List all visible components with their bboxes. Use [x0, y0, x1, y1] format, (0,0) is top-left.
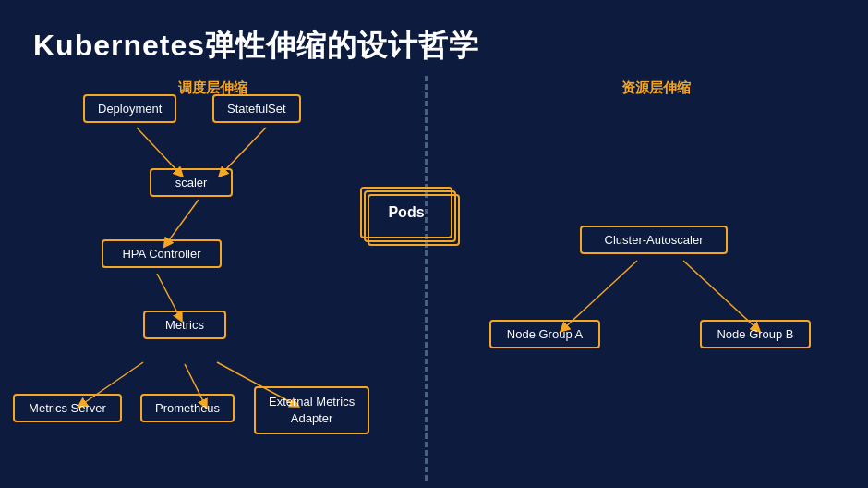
- pods-card-front: Pods: [360, 187, 452, 238]
- hpa-controller-node: HPA Controller: [102, 239, 222, 268]
- node-group-b-node: Node Group B: [700, 320, 811, 348]
- prometheus-node: Prometheus: [140, 394, 235, 422]
- external-metrics-node: External Metrics Adapter: [254, 386, 369, 434]
- svg-line-1: [222, 128, 266, 174]
- scaler-node: scaler: [150, 168, 233, 197]
- right-section: 资源层伸缩 Cluster-Autoscaler Node Group A No…: [443, 76, 868, 481]
- metrics-node: Metrics: [143, 311, 226, 339]
- svg-line-0: [137, 128, 180, 174]
- left-section: 调度层伸缩: [0, 76, 425, 481]
- node-group-a-node: Node Group A: [489, 320, 600, 348]
- deployment-node: Deployment: [83, 94, 176, 123]
- section-divider: [425, 76, 428, 481]
- svg-line-2: [166, 200, 199, 244]
- right-section-title: 资源层伸缩: [621, 79, 691, 97]
- svg-line-7: [563, 261, 637, 329]
- metrics-server-node: Metrics Server: [13, 394, 122, 422]
- svg-line-8: [683, 261, 757, 329]
- cluster-autoscaler-node: Cluster-Autoscaler: [580, 226, 728, 254]
- statefulset-node: StatefulSet: [212, 94, 301, 123]
- page-title: Kubernetes弹性伸缩的设计哲学: [0, 0, 868, 76]
- right-arrows: [443, 76, 868, 481]
